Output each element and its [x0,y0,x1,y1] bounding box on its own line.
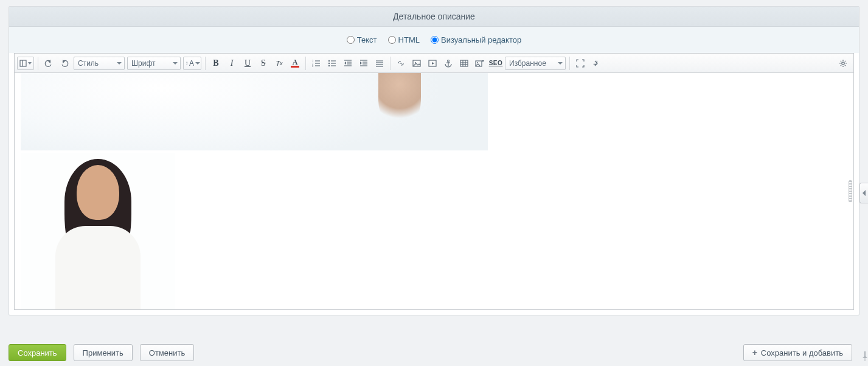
svg-point-29 [448,60,450,62]
svg-point-12 [328,65,330,66]
underline-button[interactable]: U [240,56,255,71]
svg-line-46 [845,60,845,61]
fullscreen-button[interactable] [573,56,588,71]
apply-button[interactable]: Применить [74,344,133,361]
chevron-down-icon [195,62,200,65]
text-color-button[interactable]: A [288,56,302,71]
bold-button[interactable]: B [209,56,223,71]
fontsize-label: A [189,59,194,68]
more-button[interactable] [589,56,603,71]
svg-line-44 [841,60,841,61]
content-image-1[interactable] [21,73,488,150]
link-button[interactable] [394,56,408,71]
layout-dropdown[interactable] [17,57,34,70]
mode-html-label: HTML [398,35,420,44]
svg-rect-32 [460,60,468,66]
mode-text-option[interactable]: Текст [347,35,377,44]
plus-icon: + [752,348,757,357]
video-button[interactable] [425,56,440,71]
style-dropdown[interactable]: Стиль [74,57,125,70]
detail-description-section: Детальное описание Текст HTML Визуальный… [9,6,859,315]
editor-body [15,73,853,309]
chevron-down-icon [558,62,563,65]
table-button[interactable] [457,56,471,71]
svg-point-10 [328,62,330,63]
text-color-bar [291,66,299,68]
chevron-down-icon [117,62,122,65]
mode-html-radio[interactable] [388,36,396,44]
redo-button[interactable] [57,56,72,71]
save-button[interactable]: Сохранить [9,344,66,361]
editor-toolbar: Стиль Шрифт ↕ A B I U S Tx A [15,54,853,73]
pin-button[interactable] [861,350,868,362]
fontsize-dropdown[interactable]: ↕ A [183,57,201,70]
svg-point-39 [842,62,844,64]
mode-visual-radio[interactable] [431,36,439,44]
font-dropdown[interactable]: Шрифт [127,57,181,70]
footer-actions: Сохранить Применить Отменить + Сохранить… [9,344,859,361]
mode-html-option[interactable]: HTML [388,35,420,44]
svg-text:3: 3 [312,65,314,68]
chevron-down-icon [173,62,178,65]
favorites-dropdown[interactable]: Избранное [505,57,566,70]
text-color-letter: A [293,59,298,65]
mode-text-radio[interactable] [347,36,355,44]
chevron-left-icon [863,190,866,196]
svg-line-47 [841,65,841,65]
clear-format-button[interactable]: Tx [272,56,286,71]
anchor-button[interactable] [441,56,456,71]
image-edit-button[interactable] [473,56,487,71]
settings-button[interactable] [836,56,850,71]
outdent-button[interactable] [341,56,355,71]
indent-button[interactable] [356,56,371,71]
chevron-down-icon [28,62,32,65]
image-button[interactable] [409,56,424,71]
save-and-add-button[interactable]: + Сохранить и добавить [743,344,852,361]
content-image-2[interactable] [21,153,175,309]
align-button[interactable] [372,56,387,71]
svg-point-8 [328,60,330,61]
side-panel-toggle[interactable] [859,183,868,203]
mode-visual-label: Визуальный редактор [441,35,521,44]
unordered-list-button[interactable] [325,56,339,71]
svg-line-45 [845,65,845,65]
ordered-list-button[interactable]: 1 2 3 [309,56,324,71]
undo-button[interactable] [41,56,56,71]
svg-rect-37 [476,61,482,66]
resize-handle[interactable] [849,180,852,202]
save-and-add-label: Сохранить и добавить [761,348,843,357]
svg-rect-0 [20,60,26,66]
section-title: Детальное описание [9,7,859,27]
font-dropdown-label: Шрифт [131,59,155,68]
cancel-button[interactable]: Отменить [140,344,194,361]
editor-shell: Стиль Шрифт ↕ A B I U S Tx A [14,53,854,310]
italic-button[interactable]: I [224,56,239,71]
svg-point-38 [477,62,478,63]
editor-content-area[interactable] [15,73,853,309]
style-dropdown-label: Стиль [78,59,99,68]
mode-text-label: Текст [357,35,377,44]
strikethrough-button[interactable]: S [256,56,271,71]
editor-mode-row: Текст HTML Визуальный редактор [9,27,859,53]
mode-visual-option[interactable]: Визуальный редактор [431,35,521,44]
favorites-label: Избранное [509,59,546,68]
seo-button[interactable]: SEO [488,56,503,71]
